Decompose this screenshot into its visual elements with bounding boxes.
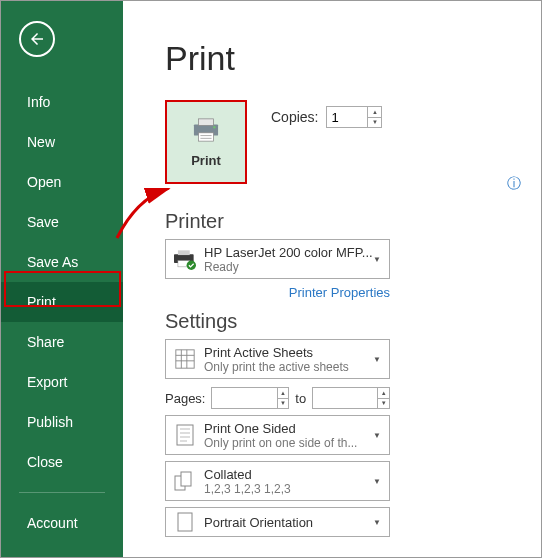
sidebar-item-options[interactable]: Options — [1, 543, 123, 558]
sided-sub: Only print on one side of th... — [204, 436, 373, 450]
copies-input[interactable] — [327, 107, 367, 127]
printer-status-icon — [166, 240, 204, 278]
sidebar-item-print[interactable]: Print — [1, 282, 123, 322]
sidebar-item-saveas[interactable]: Save As — [1, 242, 123, 282]
sidebar-item-open[interactable]: Open — [1, 162, 123, 202]
svg-rect-15 — [177, 425, 193, 445]
sidebar-item-save[interactable]: Save — [1, 202, 123, 242]
svg-rect-1 — [199, 118, 214, 125]
svg-rect-22 — [178, 513, 192, 531]
printer-heading: Printer — [165, 210, 224, 233]
sidebar-separator — [19, 492, 105, 493]
sidebar-item-export[interactable]: Export — [1, 362, 123, 402]
chevron-down-icon: ▼ — [373, 431, 389, 440]
chevron-down-icon: ▼ — [373, 477, 389, 486]
settings-heading: Settings — [165, 310, 521, 333]
sidebar-item-publish[interactable]: Publish — [1, 402, 123, 442]
printer-properties-link[interactable]: Printer Properties — [165, 285, 390, 300]
printer-icon — [191, 117, 221, 143]
pages-to-up[interactable]: ▲ — [377, 388, 389, 399]
print-button[interactable]: Print — [165, 100, 247, 184]
copies-down[interactable]: ▼ — [367, 118, 381, 128]
print-what-selector[interactable]: Print Active Sheets Only print the activ… — [165, 339, 390, 379]
page-single-icon — [166, 416, 204, 454]
pages-to-down[interactable]: ▼ — [377, 399, 389, 409]
printer-name: HP LaserJet 200 color MFP... — [204, 245, 373, 260]
pages-label: Pages: — [165, 391, 205, 406]
sidebar-item-info[interactable]: Info — [1, 82, 123, 122]
collated-icon — [166, 462, 204, 500]
pages-from-up[interactable]: ▲ — [277, 388, 289, 399]
sidebar-item-share[interactable]: Share — [1, 322, 123, 362]
sidebar-item-close[interactable]: Close — [1, 442, 123, 482]
svg-rect-7 — [178, 250, 190, 255]
orientation-title: Portrait Orientation — [204, 515, 373, 530]
chevron-down-icon: ▼ — [373, 355, 389, 364]
back-arrow-icon — [28, 30, 46, 48]
back-button[interactable] — [19, 21, 55, 57]
collated-sub: 1,2,3 1,2,3 1,2,3 — [204, 482, 373, 496]
sheets-icon — [166, 340, 204, 378]
svg-rect-21 — [181, 472, 191, 486]
printer-info-icon[interactable]: ⓘ — [507, 175, 521, 193]
print-button-label: Print — [191, 153, 221, 168]
pages-from-input[interactable] — [212, 388, 276, 408]
copies-up[interactable]: ▲ — [367, 107, 381, 118]
svg-rect-10 — [176, 350, 194, 368]
collated-title: Collated — [204, 467, 373, 482]
print-backstage-main: Print Print Copies: ▲ ▼ — [123, 1, 541, 557]
copies-label: Copies: — [271, 109, 318, 125]
print-what-sub: Only print the active sheets — [204, 360, 373, 374]
collated-selector[interactable]: Collated 1,2,3 1,2,3 1,2,3 ▼ — [165, 461, 390, 501]
pages-to-spinbox[interactable]: ▲▼ — [312, 387, 390, 409]
sidebar-item-account[interactable]: Account — [1, 503, 123, 543]
sided-title: Print One Sided — [204, 421, 373, 436]
chevron-down-icon: ▼ — [373, 255, 389, 264]
sidebar-item-new[interactable]: New — [1, 122, 123, 162]
pages-from-down[interactable]: ▼ — [277, 399, 289, 409]
sided-selector[interactable]: Print One Sided Only print on one side o… — [165, 415, 390, 455]
chevron-down-icon: ▼ — [373, 518, 389, 527]
svg-point-5 — [213, 126, 215, 128]
portrait-icon — [166, 508, 204, 536]
orientation-selector[interactable]: Portrait Orientation ▼ — [165, 507, 390, 537]
copies-spinbox[interactable]: ▲ ▼ — [326, 106, 382, 128]
printer-status: Ready — [204, 260, 373, 274]
svg-rect-2 — [199, 132, 214, 140]
print-what-title: Print Active Sheets — [204, 345, 373, 360]
printer-selector[interactable]: HP LaserJet 200 color MFP... Ready ▼ — [165, 239, 390, 279]
pages-to-input[interactable] — [313, 388, 377, 408]
pages-to-label: to — [295, 391, 306, 406]
page-title: Print — [165, 39, 521, 78]
pages-from-spinbox[interactable]: ▲▼ — [211, 387, 289, 409]
backstage-sidebar: Info New Open Save Save As Print Share E… — [1, 1, 123, 558]
